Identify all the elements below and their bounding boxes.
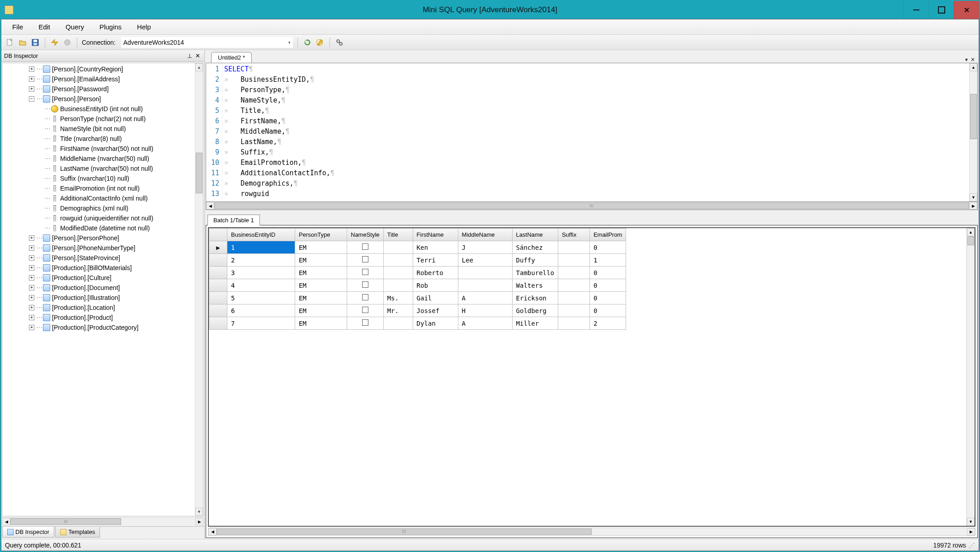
tab-templates[interactable]: Templates: [55, 527, 100, 538]
grid-cell[interactable]: H: [458, 304, 512, 317]
grid-cell[interactable]: EM: [295, 279, 347, 292]
grid-cell[interactable]: 3: [227, 267, 295, 279]
scroll-right-icon[interactable]: ▶: [969, 202, 977, 210]
document-tab[interactable]: Untitled2 *: [211, 52, 252, 63]
tree-node[interactable]: +⋯[Production].[Location]: [3, 303, 195, 313]
tree-node[interactable]: +⋯[Person].[PersonPhone]: [3, 233, 195, 243]
grid-cell[interactable]: Walters: [512, 279, 558, 292]
tree-node[interactable]: ⋯Title (nvarchar(8) null): [3, 134, 195, 144]
menu-plugins[interactable]: Plugins: [93, 21, 128, 33]
table-row[interactable]: 4EMRobWalters0: [209, 279, 626, 292]
grid-horizontal-scrollbar[interactable]: ◀ ▶: [208, 528, 975, 536]
grid-cell[interactable]: [558, 279, 589, 292]
scroll-right-icon[interactable]: ▶: [967, 528, 975, 535]
tree-node[interactable]: ⋯MiddleName (nvarchar(50) null): [3, 154, 195, 164]
grid-cell[interactable]: Roberto: [413, 267, 458, 279]
editor-horizontal-scrollbar[interactable]: ◀ ▶: [206, 202, 978, 210]
grid-cell[interactable]: EM: [295, 317, 347, 330]
table-row[interactable]: 6EMMr.JossefHGoldberg0: [209, 304, 626, 317]
grid-cell[interactable]: Goldberg: [512, 304, 558, 317]
table-row[interactable]: 2EMTerriLeeDuffy1: [209, 254, 626, 267]
tree-node[interactable]: +⋯[Person].[EmailAddress]: [3, 74, 195, 84]
grid-cell[interactable]: [558, 241, 589, 254]
grid-cell[interactable]: 2: [227, 254, 295, 267]
execute-icon[interactable]: [50, 37, 60, 47]
grid-cell[interactable]: Ms.: [383, 292, 413, 304]
grid-cell[interactable]: EM: [295, 254, 347, 267]
tree-node[interactable]: ⋯BusinessEntityID (int not null): [3, 104, 195, 114]
scroll-left-icon[interactable]: ◀: [208, 528, 217, 535]
tree-node[interactable]: +⋯[Person].[Password]: [3, 84, 195, 94]
grid-cell[interactable]: Mr.: [383, 304, 413, 317]
grid-cell[interactable]: 0: [589, 267, 626, 279]
tree-node[interactable]: ⋯ModifiedDate (datetime not null): [3, 223, 195, 233]
tree-node[interactable]: ⋯PersonType (nchar(2) not null): [3, 114, 195, 124]
checkbox-icon[interactable]: [362, 243, 368, 250]
stop-icon[interactable]: [62, 37, 72, 47]
column-header[interactable]: BusinessEntityID: [227, 229, 295, 241]
tab-menu-icon[interactable]: ▾: [965, 56, 968, 63]
grid-cell[interactable]: 7: [227, 317, 295, 330]
menu-edit[interactable]: Edit: [32, 21, 57, 33]
column-header[interactable]: PersonType: [295, 229, 347, 241]
tree-node[interactable]: +⋯[Production].[BillOfMaterials]: [3, 263, 195, 273]
expand-icon[interactable]: +: [29, 295, 34, 300]
refresh-connection-icon[interactable]: [302, 37, 312, 47]
expand-icon[interactable]: +: [29, 325, 34, 330]
grid-cell[interactable]: Duffy: [512, 254, 558, 267]
tab-db-inspector[interactable]: DB Inspector: [2, 527, 54, 538]
column-header[interactable]: Title: [383, 229, 413, 241]
grid-cell[interactable]: A: [458, 317, 512, 330]
grid-cell[interactable]: [383, 241, 413, 254]
scroll-thumb[interactable]: [196, 153, 203, 193]
checkbox-icon[interactable]: [362, 256, 368, 262]
close-button[interactable]: [954, 1, 979, 19]
tree-node[interactable]: ⋯Suffix (nvarchar(10) null): [3, 173, 195, 183]
menu-help[interactable]: Help: [131, 21, 157, 33]
expand-icon[interactable]: +: [29, 275, 34, 281]
expand-icon[interactable]: +: [29, 315, 34, 320]
grid-cell[interactable]: EM: [295, 292, 347, 304]
tree-node[interactable]: ⋯AdditionalContactInfo (xml null): [3, 193, 195, 203]
grid-cell[interactable]: Lee: [458, 254, 512, 267]
code-area[interactable]: SELECT¶ » BusinessEntityID,¶ » PersonTyp…: [222, 63, 969, 201]
edit-connection-icon[interactable]: [315, 37, 325, 47]
grid-cell[interactable]: [558, 254, 589, 267]
checkbox-icon[interactable]: [362, 307, 368, 313]
grid-cell[interactable]: 6: [227, 304, 295, 317]
grid-cell[interactable]: [383, 279, 413, 292]
grid-cell[interactable]: 0: [589, 304, 626, 317]
tree-node[interactable]: ⋯FirstName (nvarchar(50) not null): [3, 144, 195, 154]
grid-cell[interactable]: [347, 292, 384, 304]
panel-close-icon[interactable]: ✕: [193, 52, 202, 59]
grid-cell[interactable]: 0: [589, 241, 626, 254]
resize-grip-icon[interactable]: ⋰: [969, 542, 975, 549]
scroll-left-icon[interactable]: ◀: [206, 202, 214, 210]
scroll-up-icon[interactable]: ▲: [195, 63, 203, 71]
checkbox-icon[interactable]: [362, 294, 368, 300]
grid-cell[interactable]: Gail: [413, 292, 458, 304]
table-row[interactable]: 5EMMs.GailAErickson0: [209, 292, 626, 304]
tree-node[interactable]: +⋯[Production].[Culture]: [3, 273, 195, 283]
tree-node[interactable]: ⋯rowguid (uniqueidentifier not null): [3, 213, 195, 223]
tree-node[interactable]: ⋯NameStyle (bit not null): [3, 124, 195, 134]
save-icon[interactable]: [30, 37, 40, 47]
scroll-thumb[interactable]: [970, 94, 977, 139]
scroll-thumb[interactable]: [10, 518, 121, 525]
grid-cell[interactable]: J: [458, 241, 512, 254]
grid-cell[interactable]: Miller: [512, 317, 558, 330]
grid-cell[interactable]: 0: [589, 292, 626, 304]
grid-table[interactable]: BusinessEntityIDPersonTypeNameStyleTitle…: [209, 228, 966, 526]
editor-vertical-scrollbar[interactable]: ▲ ▼: [969, 63, 977, 201]
grid-cell[interactable]: 5: [227, 292, 295, 304]
scroll-thumb[interactable]: [214, 202, 969, 209]
grid-cell[interactable]: Dylan: [413, 317, 458, 330]
grid-cell[interactable]: [458, 267, 512, 279]
column-header[interactable]: NameStyle: [347, 229, 384, 241]
tree-node[interactable]: ⋯EmailPromotion (int not null): [3, 183, 195, 193]
expand-icon[interactable]: +: [29, 285, 34, 290]
grid-cell[interactable]: Terri: [413, 254, 458, 267]
scroll-up-icon[interactable]: ▲: [970, 63, 977, 71]
grid-cell[interactable]: Sánchez: [512, 241, 558, 254]
expand-icon[interactable]: +: [29, 86, 34, 92]
